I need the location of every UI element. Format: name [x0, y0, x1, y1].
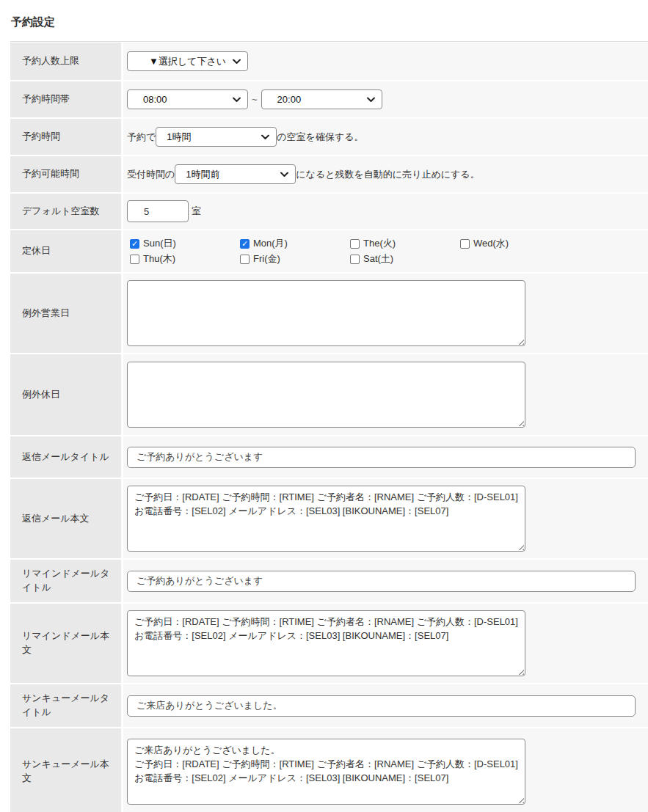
reply-mail-body-textarea[interactable]: ご予約日：[RDATE] ご予約時間：[RTIME] ご予約者名：[RNAME]…: [127, 486, 525, 552]
row-closed-days: 定休日 Sun(日) Mon(月) The(火) Wed(水): [10, 230, 648, 272]
reply-mail-title-input[interactable]: [127, 447, 636, 468]
exception-open-days-textarea[interactable]: [127, 280, 525, 346]
row-thanks-mail-body: サンキューメール本文 ご来店ありがとうございました。 ご予約日：[RDATE] …: [10, 728, 648, 812]
exception-closed-days-label: 例外休日: [10, 354, 121, 435]
checkbox-icon[interactable]: [350, 239, 360, 249]
remind-mail-title-input[interactable]: [127, 571, 636, 592]
row-exception-closed-days: 例外休日: [10, 354, 648, 435]
chevron-down-icon: [261, 134, 269, 139]
row-max-people: 予約人数上限 ▼選択して下さい: [10, 43, 648, 80]
closed-day-thu-label: Thu(木): [143, 252, 175, 266]
row-thanks-mail-title: サンキューメールタイトル: [10, 684, 648, 727]
closed-day-wed-label: Wed(水): [473, 237, 509, 250]
time-range-separator: ~: [252, 94, 258, 105]
closed-day-thu[interactable]: Thu(木): [130, 252, 240, 266]
row-remind-mail-body: リマインドメール本文 ご予約日：[RDATE] ご予約時間：[RTIME] ご予…: [10, 604, 648, 683]
remind-mail-body-textarea[interactable]: ご予約日：[RDATE] ご予約時間：[RTIME] ご予約者名：[RNAME]…: [127, 610, 525, 676]
chevron-down-icon: [280, 172, 288, 177]
duration-label: 予約時間: [10, 119, 121, 155]
time-range-start-select[interactable]: 08:00: [127, 89, 248, 109]
closed-day-mon-label: Mon(月): [253, 237, 288, 250]
remind-mail-body-label: リマインドメール本文: [10, 604, 121, 683]
closed-days-checkbox-grid: Sun(日) Mon(月) The(火) Wed(水) Thu(木): [127, 237, 570, 266]
reply-mail-title-label: 返信メールタイトル: [10, 436, 121, 478]
closed-day-mon[interactable]: Mon(月): [240, 237, 350, 250]
chevron-down-icon: [233, 97, 241, 102]
row-exception-open-days: 例外営業日: [10, 274, 648, 353]
row-bookable-until: 予約可能時間 受付時間の 1時間前 になると残数を自動的に売り止めにする。: [10, 156, 648, 192]
row-default-rooms: デフォルト空室数 室: [10, 194, 648, 229]
page-title: 予約設定: [0, 0, 648, 41]
checkbox-icon[interactable]: [350, 255, 360, 264]
closed-days-label: 定休日: [10, 230, 121, 272]
closed-day-wed[interactable]: Wed(水): [460, 237, 570, 250]
bookable-until-prefix: 受付時間の: [127, 168, 175, 181]
closed-day-sun[interactable]: Sun(日): [130, 237, 240, 250]
closed-day-sun-label: Sun(日): [143, 237, 176, 250]
remind-mail-title-label: リマインドメールタイトル: [10, 560, 121, 602]
thanks-mail-title-label: サンキューメールタイトル: [10, 684, 121, 727]
chevron-down-icon: [367, 97, 375, 102]
reservation-settings-table: 予約人数上限 ▼選択して下さい 予約時間帯 08:00 ~ 20:00 予約時間…: [10, 41, 648, 812]
max-people-label: 予約人数上限: [10, 43, 121, 80]
row-remind-mail-title: リマインドメールタイトル: [10, 560, 648, 602]
closed-day-sat-label: Sat(土): [363, 252, 393, 266]
closed-day-tue[interactable]: The(火): [350, 237, 460, 250]
default-rooms-input[interactable]: [127, 200, 189, 222]
max-people-select[interactable]: ▼選択して下さい: [127, 51, 248, 71]
thanks-mail-body-textarea[interactable]: ご来店ありがとうございました。 ご予約日：[RDATE] ご予約時間：[RTIM…: [127, 739, 525, 805]
duration-prefix: 予約で: [127, 131, 156, 144]
checkbox-icon[interactable]: [130, 255, 139, 264]
duration-select-value: 1時間: [167, 131, 191, 144]
time-range-end-value: 20:00: [277, 94, 302, 105]
closed-day-fri-label: Fri(金): [253, 252, 280, 266]
bookable-until-suffix: になると残数を自動的に売り止めにする。: [296, 168, 479, 181]
row-duration: 予約時間 予約で 1時間 の空室を確保する。: [10, 119, 648, 155]
time-range-end-select[interactable]: 20:00: [261, 89, 382, 109]
bookable-until-label: 予約可能時間: [10, 156, 121, 192]
row-reply-mail-body: 返信メール本文 ご予約日：[RDATE] ご予約時間：[RTIME] ご予約者名…: [10, 479, 648, 558]
exception-closed-days-textarea[interactable]: [127, 362, 525, 428]
thanks-mail-body-label: サンキューメール本文: [10, 728, 121, 812]
time-range-label: 予約時間帯: [10, 81, 121, 117]
thanks-mail-title-input[interactable]: [127, 695, 636, 717]
duration-select[interactable]: 1時間: [156, 127, 277, 147]
row-reply-mail-title: 返信メールタイトル: [10, 436, 648, 478]
checkbox-icon[interactable]: [240, 239, 250, 249]
default-rooms-label: デフォルト空室数: [10, 194, 121, 229]
default-rooms-unit: 室: [192, 205, 201, 218]
checkbox-icon[interactable]: [130, 239, 139, 249]
max-people-select-value: ▼選択して下さい: [149, 55, 226, 68]
closed-day-tue-label: The(火): [363, 237, 396, 250]
reply-mail-body-label: 返信メール本文: [10, 479, 121, 558]
closed-day-sat[interactable]: Sat(土): [350, 252, 460, 266]
closed-day-fri[interactable]: Fri(金): [240, 252, 350, 266]
exception-open-days-label: 例外営業日: [10, 274, 121, 353]
time-range-start-value: 08:00: [143, 94, 167, 105]
bookable-until-select-value: 1時間前: [186, 168, 219, 181]
row-time-range: 予約時間帯 08:00 ~ 20:00: [10, 81, 648, 117]
bookable-until-select[interactable]: 1時間前: [175, 164, 296, 184]
duration-suffix: の空室を確保する。: [277, 131, 363, 144]
chevron-down-icon: [233, 59, 241, 64]
checkbox-icon[interactable]: [240, 255, 250, 264]
checkbox-icon[interactable]: [460, 239, 470, 249]
